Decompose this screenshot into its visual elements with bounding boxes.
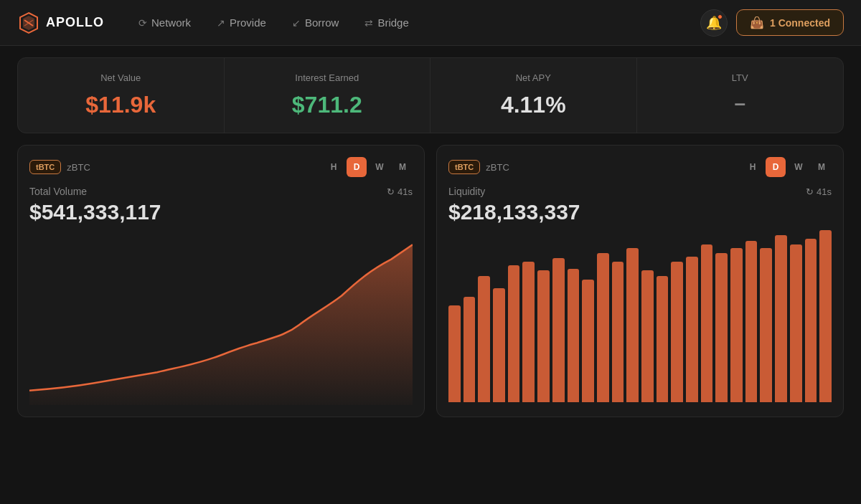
wallet-icon: 👜 [750,16,764,29]
liquidity-token-name: zBTC [486,162,509,173]
liquidity-chart-panel: tBTC zBTC H D W M Liquidity ↻ 41s $218,1… [436,145,844,417]
liquidity-time-m[interactable]: M [811,157,832,177]
notification-dot [718,14,723,19]
bar-item [745,241,758,402]
wallet-connect-button[interactable]: 👜 1 Connected [736,9,844,36]
bar-item [522,262,535,402]
stat-ltv-value: – [654,92,827,115]
logo-icon [17,11,40,34]
liquidity-metric-label: Liquidity [448,186,485,197]
volume-chart-area [29,230,413,405]
stat-net-value: Net Value $11.9k [18,58,225,133]
liquidity-bar-chart [448,230,832,405]
stat-interest-value: $711.2 [242,92,413,118]
nav-label-network: Network [151,16,191,29]
liquidity-chart-info: Liquidity ↻ 41s [448,186,832,197]
nav-items: ⟳ Network ↗ Provide ↙ Borrow ⇄ Bridge [127,11,695,34]
stat-apy-label: Net APY [448,72,619,83]
bar-item [657,276,669,402]
nav-right: 🔔 👜 1 Connected [700,9,844,37]
liquidity-chart-tokens: tBTC zBTC [448,160,509,174]
bar-item [715,253,728,402]
liquidity-refresh: ↻ 41s [806,186,832,197]
stat-apy-value: 4.11% [448,92,619,118]
bar-item [805,239,817,402]
stat-interest-earned: Interest Earned $711.2 [225,58,431,133]
bar-item [478,276,490,402]
stats-container: Net Value $11.9k Interest Earned $711.2 … [17,57,844,133]
bar-item [582,280,594,402]
bar-item [612,262,624,402]
nav-item-borrow[interactable]: ↙ Borrow [281,11,351,34]
stat-net-value-label: Net Value [35,72,207,83]
liquidity-chart-header: tBTC zBTC H D W M [448,157,832,177]
bar-item [464,297,476,402]
liquidity-chart-value: $218,133,337 [448,200,832,224]
volume-chart-panel: tBTC zBTC H D W M Total Volume ↻ 41s $54… [17,145,425,417]
provide-icon: ↗ [217,17,225,29]
network-icon: ⟳ [138,17,147,29]
volume-time-m[interactable]: M [392,157,413,177]
connected-label: 1 Connected [770,17,830,29]
volume-metric-label: Total Volume [29,186,87,197]
bar-item [686,257,698,402]
bar-item [626,248,639,403]
volume-chart-info: Total Volume ↻ 41s [29,186,413,197]
stat-net-apy: Net APY 4.11% [430,58,637,133]
liquidity-token-badge: tBTC [448,160,480,174]
volume-chart-tokens: tBTC zBTC [29,160,90,174]
volume-time-controls: H D W M [324,157,413,177]
liquidity-time-controls: H D W M [743,157,832,177]
volume-token-badge: tBTC [29,160,61,174]
charts-row: tBTC zBTC H D W M Total Volume ↻ 41s $54… [17,145,844,417]
logo: APOLLO [17,11,104,34]
liquidity-time-w[interactable]: W [789,157,809,177]
volume-line-chart [29,230,413,405]
volume-refresh-seconds: 41s [397,186,413,197]
logo-text: APOLLO [46,15,104,30]
volume-chart-header: tBTC zBTC H D W M [29,157,413,177]
bar-item [493,288,505,402]
bar-item [641,270,654,402]
nav-label-borrow: Borrow [305,16,339,29]
bar-item [760,248,772,403]
liquidity-time-h[interactable]: H [743,157,763,177]
bar-item [552,258,565,402]
volume-time-h[interactable]: H [324,157,344,177]
notification-button[interactable]: 🔔 [700,9,728,37]
bridge-icon: ⇄ [364,17,373,29]
volume-time-d[interactable]: D [347,157,367,177]
nav-label-provide: Provide [230,16,266,29]
stat-ltv: LTV – [637,58,844,133]
bar-item [508,265,520,402]
liquidity-time-d[interactable]: D [766,157,786,177]
bar-item [730,248,743,403]
volume-chart-value: $541,333,117 [29,200,413,224]
liquidity-refresh-seconds: 41s [817,186,832,197]
volume-refresh: ↻ 41s [387,186,413,197]
nav-item-provide[interactable]: ↗ Provide [205,11,278,34]
volume-time-w[interactable]: W [370,157,390,177]
bar-item [537,270,550,402]
borrow-icon: ↙ [292,17,301,29]
refresh-icon: ↻ [387,186,395,197]
navbar: APOLLO ⟳ Network ↗ Provide ↙ Borrow ⇄ Br… [0,0,861,46]
bar-item [701,244,713,402]
stat-ltv-label: LTV [654,72,827,83]
liquidity-chart-area [448,230,832,405]
liquidity-refresh-icon: ↻ [806,186,814,197]
bar-item [671,262,683,402]
bar-item [775,235,787,402]
bar-item [568,269,580,402]
bar-item [790,244,802,402]
stat-net-value-value: $11.9k [35,92,207,118]
nav-label-bridge: Bridge [377,16,408,29]
volume-token-name: zBTC [67,162,90,173]
bar-item [448,305,461,402]
bar-item [819,230,832,402]
bar-item [597,253,609,402]
stat-interest-label: Interest Earned [242,72,413,83]
nav-item-bridge[interactable]: ⇄ Bridge [353,11,420,34]
nav-item-network[interactable]: ⟳ Network [127,11,202,34]
